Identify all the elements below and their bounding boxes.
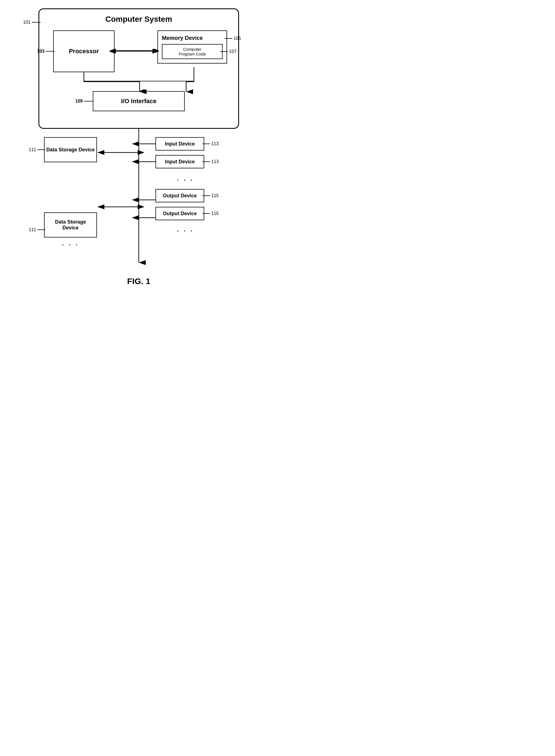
computer-system-title: Computer System	[48, 15, 230, 24]
ref-111b: 111	[29, 227, 45, 232]
ref-115b: 115	[202, 211, 219, 216]
memory-device-box: 105 Memory Device ComputerProgram Code 1…	[158, 30, 227, 64]
computer-program-code-box: ComputerProgram Code 107	[162, 44, 223, 59]
ref-113b: 113	[202, 159, 219, 164]
output-device-box-1: Output Device	[156, 189, 204, 202]
ref-107: 107	[220, 49, 237, 54]
input-device-box-1-wrap: Input Device 113	[156, 137, 204, 151]
processor-box: 103 Processor	[53, 30, 115, 72]
computer-system-box: 101 Computer System 103 Processor 1	[38, 8, 239, 129]
output-device-box-2: Output Device	[156, 207, 204, 220]
dots-between-input-output: . . .	[156, 173, 204, 185]
io-interface-box: 109 I/O Interface	[93, 91, 185, 111]
diagram-container: 101 Computer System 103 Processor 1	[11, 8, 266, 286]
input-device-box-1: Input Device	[156, 137, 204, 151]
ref-109: 109	[75, 99, 93, 104]
input-device-box-2-wrap: Input Device 113	[156, 155, 204, 168]
output-device-box-2-wrap: Output Device 115	[156, 207, 204, 220]
data-storage-box-1: Data Storage Device	[44, 137, 97, 162]
ref-111a: 111	[29, 147, 45, 152]
lower-section: 111 Data Storage Device 111 Data Storage…	[38, 129, 239, 263]
memory-device-title: Memory Device	[162, 35, 223, 41]
ref-103: 103	[37, 49, 55, 54]
dots-below-output: . . .	[156, 225, 204, 234]
data-storage-box-2: Data StorageDevice	[44, 212, 97, 238]
ref-113a: 113	[202, 141, 219, 146]
ref-105: 105	[224, 36, 241, 41]
fig-label: FIG. 1	[127, 277, 150, 286]
ref-101: 101	[23, 20, 41, 25]
ref-115a: 115	[202, 193, 219, 198]
dots-below-storage2: . . .	[44, 240, 97, 247]
output-device-box-1-wrap: Output Device 115	[156, 189, 204, 202]
input-device-box-2: Input Device	[156, 155, 204, 168]
